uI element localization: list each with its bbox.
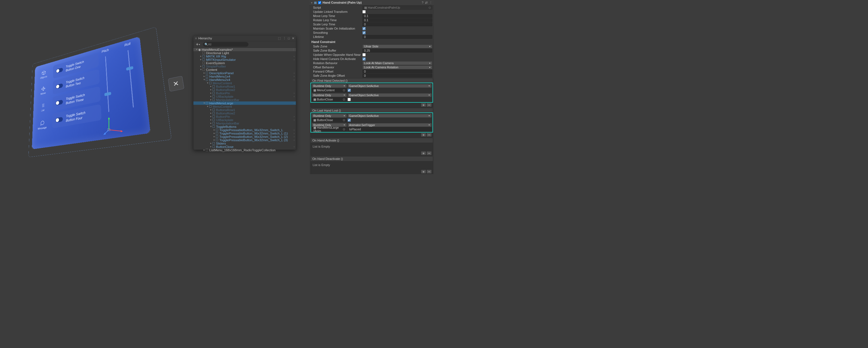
hierarchy-item[interactable]: ▾ HandMenuLarge › <box>193 102 296 105</box>
event-arg-checkbox[interactable] <box>348 118 351 122</box>
fold-icon[interactable]: ▸ <box>210 118 212 121</box>
hierarchy-item[interactable]: ▸ ButtonsRow1 <box>193 85 296 88</box>
hierarchy-item[interactable]: ▸ HandMenu1x4 › <box>193 75 296 78</box>
hierarchy-item[interactable]: ▾ MenuContent <box>193 105 296 108</box>
hierarchy-add-button[interactable]: + ▼ <box>195 42 202 47</box>
transform-gizmo[interactable] <box>102 116 124 138</box>
fold-icon[interactable]: ▸ <box>203 72 206 74</box>
prop-input[interactable] <box>363 14 432 18</box>
prop-dropdown[interactable]: Look At Camera Rotation▼ <box>363 65 432 69</box>
fold-icon[interactable]: ▸ <box>203 75 206 78</box>
hierarchy-item[interactable]: ▸ TogglePressableButton_96x32mm_Switch_L… <box>193 132 296 135</box>
prop-input[interactable] <box>363 74 432 78</box>
chevron-right-icon[interactable]: › <box>294 55 294 58</box>
chevron-right-icon[interactable]: › <box>294 129 294 131</box>
event-arg-checkbox[interactable] <box>348 89 351 92</box>
hierarchy-item[interactable]: ▸ ButtonsRow2 <box>193 88 296 92</box>
fold-icon[interactable]: ▸ <box>213 135 216 138</box>
prop-checkbox[interactable] <box>363 31 366 34</box>
event-add-button[interactable]: + <box>421 170 426 174</box>
hierarchy-item[interactable]: ▸ MRTK XR Rig › <box>193 55 296 58</box>
chevron-right-icon[interactable]: › <box>294 78 294 81</box>
fold-icon[interactable]: ▾ <box>207 82 209 84</box>
hierarchy-item[interactable]: EventSystem <box>193 61 296 65</box>
fold-icon[interactable]: ▸ <box>210 142 212 145</box>
fold-icon[interactable]: ▸ <box>200 65 202 68</box>
scene-view[interactable]: Objects Move List Message Toggle SwitchB… <box>18 39 158 151</box>
fold-icon[interactable]: ▾ <box>207 105 209 108</box>
fold-icon[interactable]: ▸ <box>200 58 202 61</box>
prop-checkbox[interactable] <box>363 10 366 13</box>
chevron-right-icon[interactable]: › <box>294 115 294 118</box>
event-mode-dropdown[interactable]: Runtime Only▼ <box>312 84 347 88</box>
hierarchy-search-input[interactable] <box>203 42 249 46</box>
event-object-field[interactable]: ▦ ButtonClose⊙ <box>312 98 347 102</box>
fold-icon[interactable]: ▸ <box>210 145 212 148</box>
hierarchy-item[interactable]: ▾ HandMenu2x4 › <box>193 78 296 81</box>
event-object-field[interactable]: ▦ MenuContent⊙ <box>312 89 347 92</box>
hierarchy-item[interactable]: ▸ ListMenu_168x168mm_RadioToggleCollecti… <box>193 148 296 152</box>
prop-checkbox[interactable] <box>363 58 366 61</box>
chevron-right-icon[interactable]: › <box>294 102 294 104</box>
help-icon[interactable]: ? <box>422 1 424 4</box>
fold-icon[interactable]: ▸ <box>210 95 212 98</box>
event-add-button[interactable]: + <box>421 103 426 107</box>
fold-icon[interactable]: ▾ <box>203 102 206 104</box>
component-enabled-checkbox[interactable] <box>318 1 321 4</box>
chevron-right-icon[interactable]: › <box>294 72 294 74</box>
hierarchy-item[interactable]: ▸ ButtonsRow2 <box>193 112 296 115</box>
hierarchy-item[interactable]: ▸ TogglePressableButton_96x32mm_Switch_L… <box>193 138 296 142</box>
hierarchy-item[interactable]: ▾ ToggleButtons <box>193 125 296 128</box>
hierarchy-item[interactable]: ▸ ButtonClose › <box>193 145 296 148</box>
prop-input[interactable] <box>363 22 432 26</box>
event-mode-dropdown[interactable]: Runtime Only▼ <box>312 114 347 118</box>
fold-icon[interactable]: ▸ <box>210 85 212 88</box>
fold-icon[interactable]: ▸ <box>203 149 206 151</box>
event-mode-dropdown[interactable]: Runtime Only▼ <box>312 93 347 97</box>
panel-lock-icon[interactable]: ⬚ <box>278 37 281 40</box>
event-function-dropdown[interactable]: GameObject.SetActive▼ <box>348 84 432 88</box>
hierarchy-item[interactable]: ▸ TogglePressableButton_96x32mm_Switch_L… <box>193 128 296 132</box>
chevron-right-icon[interactable]: › <box>294 95 294 98</box>
fold-icon[interactable]: ▸ <box>213 132 216 135</box>
chevron-right-icon[interactable]: › <box>294 58 294 61</box>
hierarchy-item[interactable]: ▾ MenuContent <box>193 81 296 85</box>
chevron-right-icon[interactable]: › <box>294 132 294 135</box>
fold-icon[interactable]: ▸ <box>210 115 212 118</box>
hierarchy-item[interactable]: ▾ Content <box>193 68 296 71</box>
fold-icon[interactable]: ▾ <box>200 68 202 71</box>
event-add-button[interactable]: + <box>421 133 426 137</box>
event-remove-button[interactable]: − <box>427 103 432 107</box>
fold-icon[interactable]: ▸ <box>210 89 212 91</box>
hierarchy-item[interactable]: ▸ MRTKInputSimulator › <box>193 58 296 61</box>
scene-menu-icon[interactable]: ⋮ <box>292 48 294 51</box>
event-remove-button[interactable]: − <box>427 133 432 137</box>
hierarchy-item[interactable]: ▸ ButtonPin › <box>193 115 296 118</box>
event-function-dropdown[interactable]: GameObject.SetActive▼ <box>348 93 432 97</box>
event-add-button[interactable]: + <box>421 151 426 155</box>
prop-input[interactable] <box>363 48 432 53</box>
prop-input[interactable] <box>363 35 432 39</box>
hierarchy-item[interactable]: ▸ ButtonsRow1 <box>193 108 296 112</box>
hierarchy-item[interactable]: ▸ TogglePressableButton_96x32mm_Switch_L… <box>193 135 296 138</box>
prop-checkbox[interactable] <box>363 53 366 56</box>
hierarchy-item[interactable]: ▸ Sliders <box>193 142 296 145</box>
prop-input[interactable] <box>363 18 432 22</box>
fold-icon[interactable]: ▸ <box>210 99 212 101</box>
hierarchy-item[interactable]: ▸ ButtonPin › <box>193 92 296 95</box>
fold-icon[interactable]: ▸ <box>210 112 212 114</box>
chevron-right-icon[interactable]: › <box>294 75 294 78</box>
hierarchy-item[interactable]: ▸ UIBackplate › <box>193 95 296 98</box>
prop-checkbox[interactable] <box>363 27 366 30</box>
event-remove-button[interactable]: − <box>427 151 432 155</box>
chevron-right-icon[interactable]: › <box>294 139 294 141</box>
event-object-field[interactable]: ▦ ButtonClose⊙ <box>312 118 347 122</box>
chevron-right-icon[interactable]: › <box>294 92 294 94</box>
event-object-field[interactable]: ▦ HandMenuLarge (Anim⊙ <box>312 128 347 132</box>
event-remove-button[interactable]: − <box>427 170 432 174</box>
fold-icon[interactable]: ▸ <box>210 92 212 94</box>
fold-icon[interactable]: ▾ <box>203 78 206 81</box>
prop-input[interactable] <box>363 69 432 73</box>
panel-maximize-icon[interactable]: □ <box>288 37 290 40</box>
chevron-right-icon[interactable]: › <box>294 145 294 148</box>
